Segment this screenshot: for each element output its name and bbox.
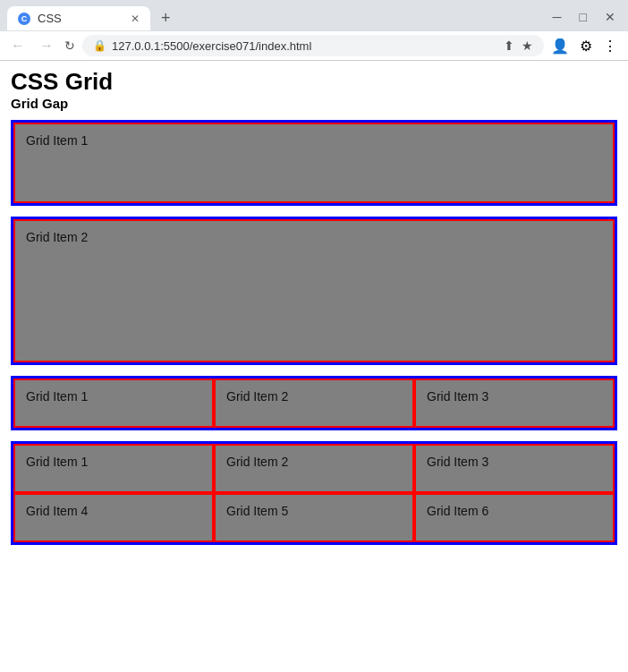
grid-item: Grid Item 1 xyxy=(13,123,615,203)
page-subtitle: Grid Gap xyxy=(11,96,617,111)
lock-icon: 🔒 xyxy=(93,39,106,52)
grid-item-label: Grid Item 1 xyxy=(26,133,88,148)
grid-item-label: Grid Item 5 xyxy=(226,504,288,518)
profile-icon[interactable]: 👤 xyxy=(551,38,569,55)
maximize-button[interactable]: □ xyxy=(574,8,592,26)
url-text: 127.0.0.1:5500/exercise071/index.html xyxy=(112,39,311,53)
tab-close-button[interactable]: ✕ xyxy=(131,13,140,25)
page-title: CSS Grid xyxy=(11,68,617,96)
grid-item-label: Grid Item 2 xyxy=(226,389,288,404)
grid-item-label: Grid Item 2 xyxy=(226,455,288,469)
grid-section-4: Grid Item 1 Grid Item 2 Grid Item 3 Grid… xyxy=(11,441,617,545)
grid-item-label: Grid Item 3 xyxy=(427,389,488,404)
grid-item: Grid Item 4 xyxy=(13,493,214,542)
grid-item: Grid Item 5 xyxy=(214,493,414,542)
grid-item: Grid Item 2 xyxy=(214,379,414,428)
grid-item-label: Grid Item 4 xyxy=(26,504,88,518)
tab-title: CSS xyxy=(38,12,62,25)
extensions-icon[interactable]: ⚙ xyxy=(580,38,592,55)
window-controls: ─ □ ✕ xyxy=(547,8,621,30)
browser-window: C CSS ✕ + ─ □ ✕ ← → ↻ 🔒 127.0.0.1:5500/e… xyxy=(0,0,628,672)
forward-button[interactable]: → xyxy=(36,36,57,55)
grid-section-1: Grid Item 1 xyxy=(11,120,617,206)
grid-item-label: Grid Item 1 xyxy=(26,455,88,469)
tab-favicon: C xyxy=(18,13,30,25)
grid-item: Grid Item 2 xyxy=(13,219,615,362)
toolbar-actions: 👤 ⚙ ⋮ xyxy=(551,38,621,55)
grid-item-label: Grid Item 1 xyxy=(26,389,88,404)
grid-item-label: Grid Item 6 xyxy=(427,504,488,518)
page-content: CSS Grid Grid Gap Grid Item 1 Grid Item … xyxy=(0,61,628,672)
grid-section-2: Grid Item 2 xyxy=(11,217,617,365)
grid-item-label: Grid Item 3 xyxy=(427,455,488,469)
title-bar: C CSS ✕ + ─ □ ✕ xyxy=(0,0,628,31)
menu-icon[interactable]: ⋮ xyxy=(603,38,617,55)
grid-item: Grid Item 6 xyxy=(414,493,615,542)
close-button[interactable]: ✕ xyxy=(599,8,621,26)
browser-tab[interactable]: C CSS ✕ xyxy=(7,6,150,30)
back-button[interactable]: ← xyxy=(7,36,29,55)
address-bar: ← → ↻ 🔒 127.0.0.1:5500/exercise071/index… xyxy=(0,31,628,61)
grid-item: Grid Item 3 xyxy=(414,379,615,428)
grid-item: Grid Item 1 xyxy=(13,379,214,428)
url-bar[interactable]: 🔒 127.0.0.1:5500/exercise071/index.html … xyxy=(82,35,544,56)
grid-section-3: Grid Item 1 Grid Item 2 Grid Item 3 xyxy=(11,376,617,430)
minimize-button[interactable]: ─ xyxy=(547,8,567,26)
share-icon[interactable]: ⬆ xyxy=(504,38,514,53)
url-actions: ⬆ ★ xyxy=(504,38,533,53)
grid-item: Grid Item 2 xyxy=(214,444,414,493)
reload-button[interactable]: ↻ xyxy=(64,38,75,53)
grid-item-label: Grid Item 2 xyxy=(26,230,88,244)
bookmark-icon[interactable]: ★ xyxy=(522,38,533,53)
grid-item: Grid Item 3 xyxy=(414,444,615,493)
new-tab-button[interactable]: + xyxy=(154,5,178,31)
grid-item: Grid Item 1 xyxy=(13,444,214,493)
